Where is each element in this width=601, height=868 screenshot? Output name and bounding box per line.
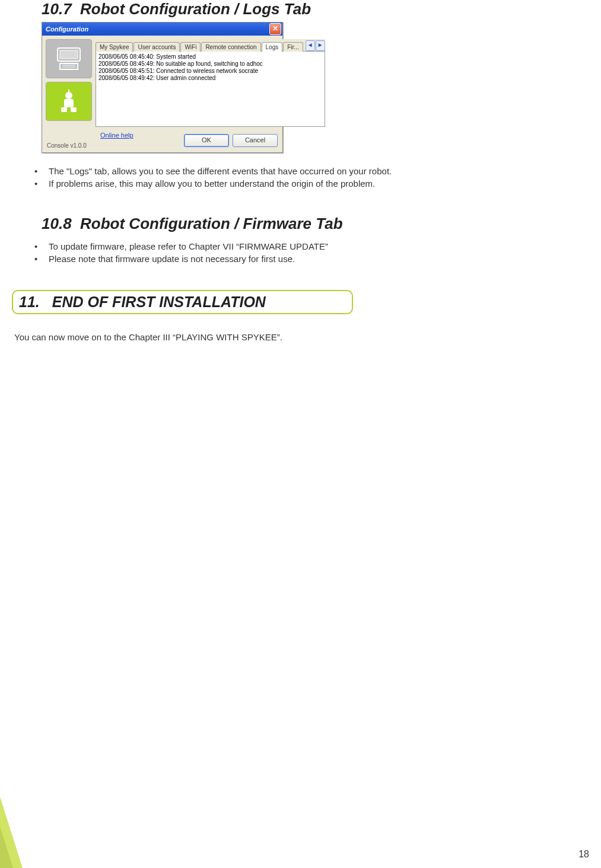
document-page: 10.7 Robot Configuration / Logs Tab Conf… (0, 0, 601, 868)
svg-rect-1 (60, 50, 78, 59)
page-number: 18 (578, 849, 589, 860)
list-item: Please note that firmware update is not … (30, 253, 568, 265)
tab-my-spykee[interactable]: My Spykee (96, 42, 133, 52)
sidebar-console-icon[interactable] (46, 39, 92, 78)
list-10-8: To update firmware, please refer to Chap… (30, 240, 568, 265)
logs-textarea[interactable]: 2008/06/05 08:45:40: System started 2008… (96, 52, 325, 127)
sidebar-robot-icon[interactable] (46, 82, 92, 121)
svg-rect-6 (61, 107, 67, 112)
heading-number: 11. (19, 293, 40, 310)
svg-rect-5 (64, 99, 74, 107)
heading-title: Robot Configuration / Firmware Tab (80, 215, 342, 232)
heading-number: 10.7 (42, 0, 72, 18)
tab-scroll-left-icon[interactable]: ◄ (306, 40, 315, 51)
robot-icon (54, 88, 84, 114)
list-item: If problems arise, this may allow you to… (30, 177, 568, 190)
closing-paragraph: You can now move on to the Chapter III “… (14, 332, 568, 342)
online-help-link[interactable]: Online help (100, 132, 133, 139)
cancel-button[interactable]: Cancel (233, 134, 278, 147)
tab-area: My Spykee User accounts WiFi Remote conn… (96, 39, 325, 127)
tab-firmware-truncated[interactable]: Fir... (283, 42, 303, 52)
list-item: The "Logs" tab, allows you to see the di… (30, 165, 568, 177)
log-line: 2008/06/05 08:45:49: No suitable ap foun… (98, 60, 322, 68)
tab-logs[interactable]: Logs (262, 42, 283, 52)
heading-10-7: 10.7 Robot Configuration / Logs Tab (42, 0, 568, 18)
window-title-bar[interactable]: Configuration ✕ (42, 23, 282, 36)
heading-11-box: 11. END OF FIRST INSTALLATION (12, 290, 353, 314)
svg-point-4 (65, 92, 72, 99)
heading-number: 10.8 (42, 215, 72, 232)
tab-row: My Spykee User accounts WiFi Remote conn… (96, 39, 325, 52)
heading-title: Robot Configuration / Logs Tab (80, 0, 311, 18)
tab-wifi[interactable]: WiFi (180, 42, 201, 52)
list-10-7: The "Logs" tab, allows you to see the di… (30, 165, 568, 190)
configuration-window: Configuration ✕ (42, 22, 283, 153)
tab-scroll: ◄ ► (305, 40, 325, 51)
console-icon (54, 46, 84, 72)
log-line: 2008/06/05 08:45:51: Connected to wirele… (98, 68, 322, 75)
tab-scroll-right-icon[interactable]: ► (316, 40, 325, 51)
heading-title: END OF FIRST INSTALLATION (52, 293, 266, 310)
console-version: Console v1.0.0 (47, 142, 133, 149)
heading-11: 11. END OF FIRST INSTALLATION (19, 293, 346, 311)
heading-10-8: 10.8 Robot Configuration / Firmware Tab (42, 215, 568, 233)
window-body: My Spykee User accounts WiFi Remote conn… (42, 36, 282, 129)
footer-buttons: OK Cancel (184, 134, 278, 147)
footer-left: Online help Console v1.0.0 (47, 132, 133, 149)
tab-user-accounts[interactable]: User accounts (133, 42, 180, 52)
list-item: To update firmware, please refer to Chap… (30, 240, 568, 253)
page-corner-decoration (0, 797, 23, 868)
svg-rect-7 (71, 107, 77, 112)
close-icon[interactable]: ✕ (269, 23, 281, 35)
log-line: 2008/06/05 08:49:42: User admin connecte… (98, 75, 322, 82)
window-sidebar (46, 39, 91, 127)
ok-button[interactable]: OK (184, 134, 229, 147)
log-line: 2008/06/05 08:45:40: System started (98, 53, 322, 60)
window-footer: Online help Console v1.0.0 OK Cancel (42, 129, 282, 152)
tab-remote-connection[interactable]: Remote connection (201, 42, 260, 52)
window-title: Configuration (46, 25, 88, 33)
